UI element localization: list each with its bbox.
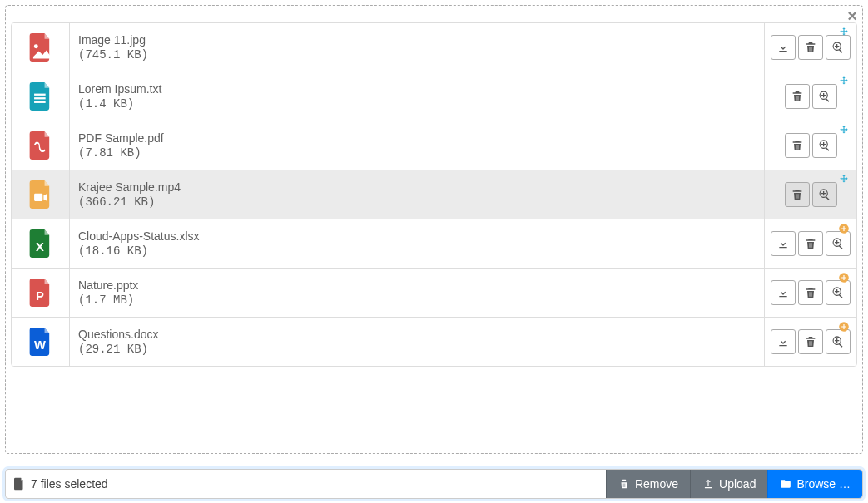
file-row[interactable]: WQuestions.docx(29.21 KB) xyxy=(12,318,856,366)
browse-label: Browse … xyxy=(796,477,851,491)
svg-rect-3 xyxy=(34,97,46,99)
excel-file-icon: X xyxy=(29,229,52,258)
zoom-button[interactable] xyxy=(812,182,837,207)
download-button[interactable] xyxy=(771,329,796,354)
upload-icon xyxy=(702,478,714,490)
download-button[interactable] xyxy=(771,280,796,305)
file-row[interactable]: XCloud-Apps-Status.xlsx(18.16 KB) xyxy=(12,219,856,269)
file-actions xyxy=(765,170,856,219)
file-icon xyxy=(14,477,24,491)
zoom-button[interactable] xyxy=(826,35,851,60)
svg-rect-4 xyxy=(34,101,46,103)
download-icon xyxy=(776,335,790,348)
file-caption: 7 files selected xyxy=(6,470,606,498)
file-icon-cell: P xyxy=(12,269,70,317)
file-icon-cell: X xyxy=(12,219,70,268)
file-actions xyxy=(765,219,856,268)
svg-rect-5 xyxy=(34,194,42,201)
file-icon-cell xyxy=(12,170,70,219)
zoom-button[interactable] xyxy=(812,133,837,158)
zoom-in-icon xyxy=(831,335,845,348)
zoom-button[interactable] xyxy=(812,84,837,109)
close-icon[interactable]: × xyxy=(847,7,857,24)
word-file-icon: W xyxy=(29,328,52,356)
file-input-footer: 7 files selected Remove Upload Browse … xyxy=(5,469,863,499)
upload-button[interactable]: Upload xyxy=(690,470,767,498)
file-row[interactable]: Image 11.jpg(745.1 KB) xyxy=(12,23,856,72)
delete-button[interactable] xyxy=(798,280,823,305)
trash-icon xyxy=(804,286,817,299)
file-name: PDF Sample.pdf xyxy=(78,131,756,145)
download-icon xyxy=(776,237,790,250)
zoom-button[interactable] xyxy=(826,231,851,256)
file-actions xyxy=(765,72,856,121)
delete-button[interactable] xyxy=(785,182,810,207)
zoom-in-icon xyxy=(831,41,845,54)
svg-rect-2 xyxy=(34,94,46,96)
file-info-cell: Nature.pptx(1.7 MB) xyxy=(70,269,765,317)
delete-button[interactable] xyxy=(785,133,810,158)
file-name: Nature.pptx xyxy=(78,279,756,292)
file-name: Lorem Ipsum.txt xyxy=(78,82,756,96)
file-list: Image 11.jpg(745.1 KB) Lorem Ipsum.txt(1… xyxy=(11,22,857,367)
ppt-file-icon: P xyxy=(29,279,52,307)
file-actions xyxy=(765,269,856,317)
file-actions xyxy=(765,318,856,366)
trash-icon xyxy=(791,90,804,103)
zoom-button[interactable] xyxy=(826,280,851,305)
upload-label: Upload xyxy=(719,477,756,491)
move-icon[interactable] xyxy=(838,76,850,87)
file-name: Krajee Sample.mp4 xyxy=(78,180,756,194)
remove-button[interactable]: Remove xyxy=(606,470,690,498)
download-button[interactable] xyxy=(771,35,796,60)
file-size: (29.21 KB) xyxy=(78,343,756,356)
download-icon xyxy=(776,41,790,54)
file-size: (366.21 KB) xyxy=(78,195,756,209)
file-info-cell: Image 11.jpg(745.1 KB) xyxy=(70,23,765,72)
trash-icon xyxy=(804,335,817,348)
remove-label: Remove xyxy=(635,477,678,491)
file-icon-cell xyxy=(12,121,70,170)
image-file-icon xyxy=(29,33,52,62)
move-icon[interactable] xyxy=(838,125,850,136)
file-name: Questions.docx xyxy=(78,328,756,341)
svg-text:X: X xyxy=(35,240,43,254)
file-actions xyxy=(765,121,856,170)
delete-button[interactable] xyxy=(798,231,823,256)
zoom-button[interactable] xyxy=(826,329,851,354)
plus-circle-icon xyxy=(838,321,850,333)
zoom-in-icon xyxy=(831,237,845,250)
video-file-icon xyxy=(29,180,52,209)
file-row[interactable]: PDF Sample.pdf(7.81 KB) xyxy=(12,121,856,170)
file-info-cell: Cloud-Apps-Status.xlsx(18.16 KB) xyxy=(70,219,765,268)
move-icon[interactable] xyxy=(838,27,850,38)
file-row[interactable]: PNature.pptx(1.7 MB) xyxy=(12,269,856,318)
file-actions xyxy=(765,23,856,72)
download-button[interactable] xyxy=(771,231,796,256)
svg-text:P: P xyxy=(35,289,43,303)
text-file-icon xyxy=(29,82,52,111)
file-name: Image 11.jpg xyxy=(78,33,756,47)
pdf-file-icon xyxy=(29,131,52,160)
plus-circle-icon xyxy=(838,223,850,234)
file-row[interactable]: Krajee Sample.mp4(366.21 KB) xyxy=(12,170,856,219)
delete-button[interactable] xyxy=(798,35,823,60)
file-size: (745.1 KB) xyxy=(78,48,756,62)
zoom-in-icon xyxy=(818,139,831,152)
svg-text:W: W xyxy=(33,338,45,352)
file-drop-zone[interactable]: × Image 11.jpg(745.1 KB) Lorem Ipsum.txt… xyxy=(5,5,863,454)
zoom-in-icon xyxy=(818,188,831,201)
file-size: (1.7 MB) xyxy=(78,293,756,307)
trash-icon xyxy=(791,188,804,201)
file-name: Cloud-Apps-Status.xlsx xyxy=(78,229,756,243)
folder-open-icon xyxy=(780,478,791,490)
caption-text: 7 files selected xyxy=(31,477,108,491)
zoom-in-icon xyxy=(818,90,831,103)
browse-button[interactable]: Browse … xyxy=(767,470,862,498)
delete-button[interactable] xyxy=(785,84,810,109)
delete-button[interactable] xyxy=(798,329,823,354)
file-row[interactable]: Lorem Ipsum.txt(1.4 KB) xyxy=(12,72,856,121)
move-icon[interactable] xyxy=(838,174,850,185)
file-icon-cell xyxy=(12,23,70,72)
download-icon xyxy=(776,286,790,299)
